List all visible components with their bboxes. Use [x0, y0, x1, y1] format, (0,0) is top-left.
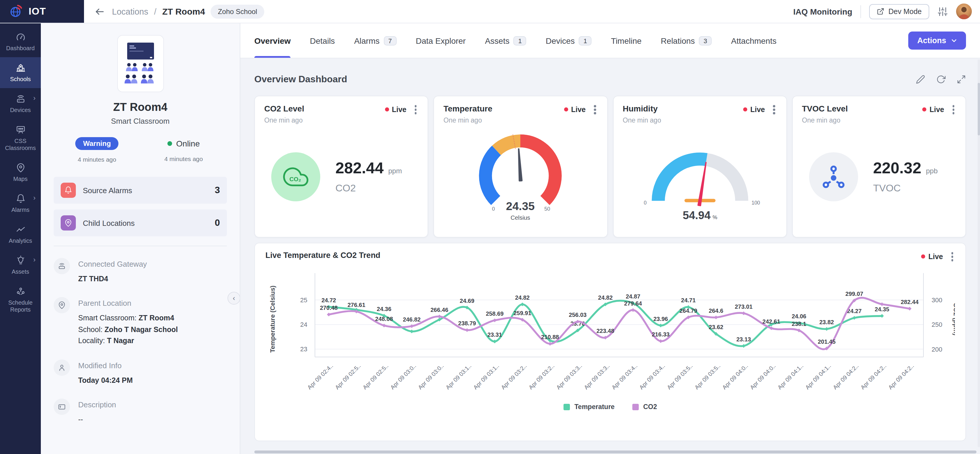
- project-name: IAQ Monitoring: [793, 7, 852, 16]
- live-label: Live: [928, 253, 943, 261]
- device-icon: [16, 94, 25, 104]
- svg-text:Apr 09 02:5..: Apr 09 02:5..: [334, 362, 362, 390]
- card-humidity: Humidity One min ago Live 010054.94%: [613, 96, 787, 237]
- collapse-panel-button[interactable]: ‹: [228, 292, 240, 304]
- svg-text:Apr 09 03:0..: Apr 09 03:0..: [389, 362, 417, 390]
- vertical-scrollbar[interactable]: [978, 59, 980, 447]
- svg-text:24.72: 24.72: [321, 297, 336, 303]
- svg-text:Apr 09 04:2..: Apr 09 04:2..: [859, 362, 887, 390]
- gauge-icon: [16, 32, 25, 42]
- tab-relations[interactable]: Relations3: [661, 23, 712, 58]
- tab-timeline[interactable]: Timeline: [611, 23, 642, 58]
- svg-text:23.31: 23.31: [487, 331, 502, 338]
- kebab-menu-icon[interactable]: [951, 104, 956, 115]
- kebab-menu-icon[interactable]: [950, 251, 955, 262]
- card-updated: One min ago: [264, 117, 304, 124]
- tvoc-metric-label: TVOC: [873, 182, 938, 194]
- location-details: Connected GatewayZT THD4Parent LocationS…: [54, 258, 227, 426]
- svg-text:23: 23: [300, 345, 307, 352]
- svg-text:Apr 09 03:4..: Apr 09 03:4..: [638, 362, 666, 390]
- actions-button[interactable]: Actions: [908, 32, 966, 49]
- svg-text:Apr 09 04:1..: Apr 09 04:1..: [804, 362, 832, 390]
- sidebar-item-label: Assets: [12, 268, 29, 276]
- chart-title: Live Temperature & CO2 Trend: [266, 251, 380, 260]
- app-logo[interactable]: IOT: [0, 0, 84, 23]
- sidebar-item-dashboard[interactable]: Dashboard: [0, 26, 41, 57]
- location-tag[interactable]: Zoho School: [211, 5, 264, 18]
- svg-text:Apr 09 02:4..: Apr 09 02:4..: [306, 362, 334, 390]
- status-row: Warning 4 minutes ago Online 4 minutes a…: [54, 137, 227, 163]
- tab-attachments[interactable]: Attachments: [731, 23, 777, 58]
- horizontal-scrollbar[interactable]: [255, 451, 977, 453]
- sidebar-nav: DashboardSchools›DevicesCSS ClassroomsMa…: [0, 23, 41, 454]
- sidebar-item-label: Alarms: [11, 207, 29, 213]
- sidebar-item-devices[interactable]: ›Devices: [0, 88, 41, 119]
- live-dot: [923, 108, 927, 112]
- chevron-right-icon: ›: [33, 256, 36, 263]
- svg-text:256.03: 256.03: [569, 311, 587, 318]
- tab-details[interactable]: Details: [310, 23, 335, 58]
- card-updated: One min ago: [623, 117, 661, 124]
- overview-tab-content: Overview Dashboard CO2 Level One min ago: [240, 58, 980, 454]
- kebab-menu-icon[interactable]: [413, 104, 418, 115]
- tab-overview[interactable]: Overview: [255, 23, 291, 58]
- tab-alarms[interactable]: Alarms7: [354, 23, 396, 58]
- location-panel: ZT Room4 Smart Classroom Warning 4 minut…: [41, 23, 240, 454]
- kebab-menu-icon[interactable]: [772, 104, 777, 115]
- card-updated: One min ago: [802, 117, 848, 124]
- online-dot: [167, 141, 172, 146]
- refresh-icon[interactable]: [936, 75, 946, 84]
- sidebar-item-analytics[interactable]: Analytics: [0, 219, 41, 250]
- breadcrumb-current: ZT Room4: [162, 6, 205, 16]
- svg-text:266.46: 266.46: [431, 306, 448, 313]
- svg-text:Temperature (Celsius): Temperature (Celsius): [269, 285, 276, 352]
- tab-data-explorer[interactable]: Data Explorer: [416, 23, 466, 58]
- legend-item-co2[interactable]: CO2: [632, 403, 657, 410]
- classroom-icon: [16, 125, 25, 135]
- tab-assets[interactable]: Assets1: [485, 23, 527, 58]
- sliders-icon[interactable]: [937, 6, 948, 17]
- svg-text:24: 24: [300, 321, 307, 328]
- edit-pencil-icon[interactable]: [916, 75, 925, 84]
- divider: [54, 246, 227, 246]
- back-arrow-icon[interactable]: [94, 6, 106, 17]
- svg-text:270.48: 270.48: [320, 304, 338, 311]
- asset-icon: [16, 256, 25, 266]
- expand-icon[interactable]: [957, 75, 966, 84]
- status-badge[interactable]: Warning: [76, 137, 118, 150]
- sidebar-item-schedule-reports[interactable]: Schedule Reports: [0, 281, 41, 319]
- svg-text:54.94%: 54.94%: [682, 209, 717, 221]
- legend-item-temperature[interactable]: Temperature: [563, 403, 615, 410]
- live-dot: [564, 108, 568, 112]
- gateway-icon: [54, 258, 70, 274]
- sidebar-item-schools[interactable]: Schools: [0, 57, 41, 88]
- stat-row-child-locations[interactable]: Child Locations0: [54, 209, 227, 236]
- svg-text:Apr 09 03:2..: Apr 09 03:2..: [500, 362, 528, 390]
- svg-text:246.82: 246.82: [403, 316, 421, 322]
- svg-text:Apr 09 03:4..: Apr 09 03:4..: [611, 362, 638, 390]
- sidebar-item-label: Analytics: [9, 237, 32, 245]
- sidebar-item-alarms[interactable]: ›Alarms: [0, 188, 41, 219]
- zoho-iot-logo-icon: [10, 4, 24, 19]
- chevron-down-icon: [951, 37, 957, 44]
- svg-text:Apr 09 03:3..: Apr 09 03:3..: [555, 362, 583, 390]
- kebab-menu-icon[interactable]: [592, 104, 598, 115]
- avatar[interactable]: [956, 3, 972, 19]
- sidebar-item-assets[interactable]: ›Assets: [0, 250, 41, 281]
- svg-text:23.82: 23.82: [819, 319, 834, 325]
- breadcrumb-root[interactable]: Locations: [112, 7, 148, 16]
- dev-mode-button[interactable]: Dev Mode: [869, 4, 929, 19]
- tvoc-value: 220.32: [873, 159, 921, 177]
- chevron-right-icon: ›: [33, 194, 36, 201]
- external-link-icon: [877, 8, 885, 15]
- bell-icon: [16, 194, 25, 204]
- sidebar-item-css-classrooms[interactable]: CSS Classrooms: [0, 119, 41, 157]
- sidebar-item-maps[interactable]: Maps: [0, 157, 41, 188]
- tab-devices[interactable]: Devices1: [546, 23, 592, 58]
- svg-text:Apr 09 02:5..: Apr 09 02:5..: [361, 362, 390, 390]
- stat-row-source-alarms[interactable]: Source Alarms3: [54, 177, 227, 204]
- svg-text:Apr 09 03:1..: Apr 09 03:1..: [444, 362, 473, 390]
- location-stats: Source Alarms3Child Locations0: [54, 177, 227, 236]
- card-title: Temperature: [444, 104, 493, 113]
- svg-text:50: 50: [544, 206, 550, 212]
